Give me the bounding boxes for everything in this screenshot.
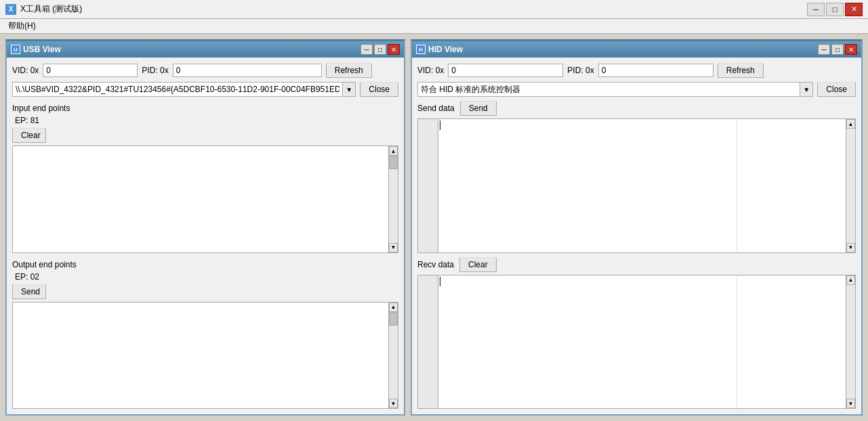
hid-recv-scroll-up[interactable]: ▲ [846,275,855,285]
hid-send-scroll-up[interactable]: ▲ [846,119,855,129]
hid-close-btn[interactable]: Close [817,82,856,97]
hid-recv-left-panel [418,275,438,409]
usb-input-section: Input end points EP: 81 Clear ▲ ▼ [12,101,398,253]
usb-output-scroll-left[interactable]: ◄ [13,409,22,409]
usb-input-hscrollbar[interactable]: ◄ ► [13,252,398,253]
usb-panel-title: USB View [23,45,61,54]
usb-device-dropdown-arrow[interactable]: ▼ [342,82,356,97]
hid-panel-title: HID View [428,45,463,54]
usb-output-textarea[interactable] [13,303,388,409]
usb-close-btn[interactable]: Close [360,82,398,97]
usb-close-button[interactable]: ✕ [388,44,400,55]
usb-vid-pid-row: VID: 0x PID: 0x Refresh [12,63,398,78]
app-icon: X [5,4,16,15]
hid-panel-titlebar: H HID View ─ □ ✕ [412,41,861,58]
usb-clear-button[interactable]: Clear [12,128,46,143]
usb-minimize-button[interactable]: ─ [360,44,373,55]
hid-recv-cursor [440,277,440,286]
hid-panel-icon: H [416,45,426,54]
hid-close-button[interactable]: ✕ [845,44,857,55]
hid-recv-right-panel [737,275,846,409]
usb-device-path-input[interactable] [12,82,342,97]
hid-recv-section: Recv data Clear ▲ ▼ [417,257,856,409]
hid-send-vscrollbar[interactable]: ▲ ▼ [846,119,855,252]
usb-input-scroll-down[interactable]: ▼ [389,243,398,252]
usb-input-scroll-up[interactable]: ▲ [389,146,398,156]
usb-maximize-button[interactable]: □ [374,44,386,55]
hid-send-data-label: Send data [417,104,455,113]
usb-output-textarea-container: ▲ ▼ ◄ ► [12,302,398,409]
usb-device-row: ▼ Close [12,82,398,97]
app-window-controls: ─ □ ✕ [807,3,863,16]
usb-input-scroll-right[interactable]: ► [388,252,398,253]
hid-minimize-button[interactable]: ─ [818,44,830,55]
usb-output-vscrollbar[interactable]: ▲ ▼ [388,303,398,409]
usb-vid-input[interactable] [43,64,138,77]
usb-pid-label: PID: 0x [142,66,168,75]
usb-input-textarea[interactable] [13,146,388,252]
app-minimize-button[interactable]: ─ [807,3,825,16]
hid-pid-input[interactable] [598,64,714,77]
usb-vid-label: VID: 0x [12,66,39,75]
usb-output-scroll-up[interactable]: ▲ [389,303,398,312]
menu-bar: 帮助(H) [0,19,868,34]
hid-clear-button[interactable]: Clear [459,257,497,272]
hid-recv-row: Recv data Clear [417,257,856,272]
app-title-bar: X X工具箱 (测试版) ─ □ ✕ [0,0,868,19]
usb-output-section: Output end points EP: 02 Send ▲ ▼ [12,257,398,409]
hid-recv-scroll-down[interactable]: ▼ [846,399,855,408]
usb-input-vscrollbar[interactable]: ▲ ▼ [388,146,398,252]
usb-pid-input[interactable] [173,64,322,77]
hid-send-row: Send data Send [417,101,856,116]
usb-input-ep-label: EP: 81 [15,116,398,125]
usb-panel-titlebar: U USB View ─ □ ✕ [7,41,404,58]
hid-send-section: Send data Send ▲ ▼ [417,101,856,253]
hid-refresh-button[interactable]: Refresh [718,63,764,78]
usb-refresh-button[interactable]: Refresh [326,63,372,78]
usb-output-hscrollbar[interactable]: ◄ ► [13,408,398,409]
app-close-button[interactable]: ✕ [845,3,863,16]
usb-output-ep-label: EP: 02 [15,272,398,282]
hid-panel: H HID View ─ □ ✕ VID: 0x PID: 0x Refresh [411,39,863,416]
usb-send-button[interactable]: Send [12,284,46,299]
hid-device-name-input[interactable] [417,82,800,97]
hid-vid-input[interactable] [448,64,563,77]
hid-send-textarea-container: ▲ ▼ [417,118,856,253]
usb-panel-icon: U [11,45,20,54]
menu-help[interactable]: 帮助(H) [3,19,41,33]
hid-recv-mid-panel [438,275,737,409]
hid-send-cursor [440,120,440,130]
hid-recv-vscrollbar[interactable]: ▲ ▼ [846,275,855,409]
usb-panel: U USB View ─ □ ✕ VID: 0x PID: 0x Refresh [5,39,405,416]
hid-maximize-button[interactable]: □ [831,44,844,55]
hid-pid-label: PID: 0x [567,66,594,75]
hid-send-left-panel [418,119,438,252]
hid-send-right-panel [737,119,846,252]
usb-output-scroll-right[interactable]: ► [388,409,398,409]
hid-send-mid-panel [438,119,737,252]
hid-recv-textarea-container: ▲ ▼ [417,275,856,409]
usb-input-textarea-container: ▲ ▼ ◄ ► [12,146,398,253]
usb-input-section-label: Input end points [12,104,398,113]
hid-device-dropdown-arrow[interactable]: ▼ [800,82,813,97]
usb-input-scroll-left[interactable]: ◄ [13,252,22,253]
hid-device-row: ▼ Close [417,82,856,97]
usb-output-scroll-down[interactable]: ▼ [389,399,398,408]
hid-recv-data-label: Recv data [417,260,454,269]
hid-vid-label: VID: 0x [417,66,444,75]
hid-send-button[interactable]: Send [460,101,497,116]
app-maximize-button[interactable]: □ [826,3,844,16]
main-area: U USB View ─ □ ✕ VID: 0x PID: 0x Refresh [0,34,868,421]
app-title: X工具箱 (测试版) [20,3,82,15]
hid-send-scroll-down[interactable]: ▼ [846,243,855,252]
hid-vid-pid-row: VID: 0x PID: 0x Refresh [417,63,856,78]
usb-output-section-label: Output end points [12,260,398,269]
